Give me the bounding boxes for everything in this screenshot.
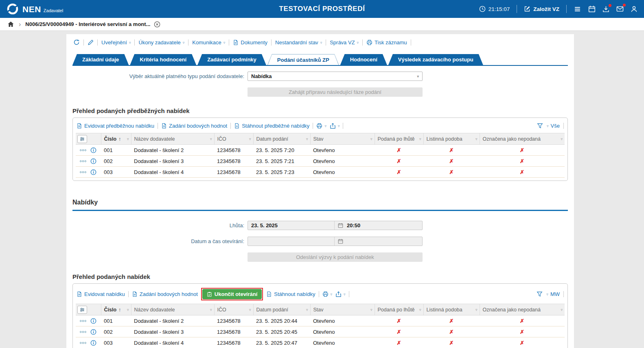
tab-zadavaci-podminky[interactable]: Zadávací podmínky <box>197 54 266 65</box>
divider <box>411 39 411 46</box>
menu-tisk-zaznamu[interactable]: Tisk záznamu <box>366 39 407 46</box>
divider <box>563 123 564 129</box>
printer-icon <box>366 39 372 46</box>
col-header-po-lhute[interactable]: Podaná po lhůtě▿ <box>375 304 423 315</box>
opening-datetime-field[interactable] <box>248 237 423 246</box>
column-settings-button[interactable] <box>77 306 87 314</box>
col-header-datum[interactable]: Datum podání▿ <box>253 133 310 145</box>
col-header-cislo[interactable]: Číslo↑▿ <box>101 304 131 315</box>
col-header-stav[interactable]: Stav▿ <box>310 133 375 145</box>
col-header-nepodana[interactable]: Označena jako nepodaná▿ <box>480 133 565 145</box>
tab-zakladni-udaje[interactable]: Základní údaje <box>72 54 129 65</box>
evidovat-nabidku-button[interactable]: Evidovat nabídku <box>77 291 125 297</box>
sort-ascending-icon: ↑ <box>118 307 121 313</box>
row-actions-icon[interactable] <box>79 149 87 152</box>
sort-ascending-icon: ↑ <box>118 136 121 142</box>
stahnout-nabidky-button[interactable]: Stáhnout nabídky <box>266 291 315 297</box>
divider <box>566 5 567 13</box>
print-table-button[interactable]: ▿ <box>316 123 326 129</box>
view-selector-label: MW <box>550 291 560 297</box>
row-actions-icon[interactable] <box>79 331 87 333</box>
col-header-ico[interactable]: IČO▿ <box>214 304 253 315</box>
next-phase-button[interactable]: Zahájit přípravu následující fáze podání <box>248 87 423 97</box>
row-info-icon[interactable] <box>90 169 96 175</box>
row-actions-icon[interactable] <box>79 171 87 174</box>
filter-funnel-button[interactable] <box>537 291 543 297</box>
column-settings-button[interactable] <box>77 135 87 143</box>
menu-komunikace[interactable]: Komunikace▿ <box>192 39 225 46</box>
zadani-bodovych-hodnot-button[interactable]: Zadání bodových hodnot <box>161 123 227 129</box>
zalozit-vz-button[interactable]: Založit VZ <box>524 6 559 12</box>
cell-podana-po-lhute-x: ✗ <box>375 315 423 326</box>
row-info-icon[interactable] <box>90 147 96 153</box>
col-header-po-lhute[interactable]: Podaná po lhůtě▿ <box>375 133 423 145</box>
row-info-icon[interactable] <box>90 318 96 324</box>
row-actions-icon[interactable] <box>79 320 87 322</box>
deadline-field[interactable]: 23. 5. 2025 20:50 <box>248 221 423 230</box>
col-header-listinna[interactable]: Listinná podoba▿ <box>423 133 480 145</box>
send-invitation-button[interactable]: Odeslání výzvy k podání nabídek <box>248 252 423 262</box>
row-actions-icon[interactable] <box>79 341 87 344</box>
tab-vysledek-zadavaciho-postupu[interactable]: Výsledek zadávacího postupu <box>388 54 483 65</box>
view-selector[interactable]: ▿ Vše <box>547 123 560 129</box>
calendar-icon[interactable] <box>338 223 343 228</box>
home-button[interactable] <box>7 21 14 28</box>
messages-button[interactable] <box>616 5 624 13</box>
export-table-button[interactable]: ▿ <box>335 291 346 297</box>
downloads-button[interactable] <box>602 6 609 13</box>
row-info-icon[interactable] <box>90 340 96 346</box>
notification-badge <box>623 4 626 7</box>
cell-datum-podani: 23. 5. 2025 7:20 <box>253 145 310 156</box>
col-header-nazev[interactable]: Název dodavatele▿ <box>131 133 214 145</box>
menu-nestandardni-stav[interactable]: Nestandardní stav▿ <box>275 39 322 46</box>
submission-type-value: Nabídka <box>251 73 272 79</box>
nen-brand[interactable]: NEN Zadavatel <box>7 3 63 15</box>
submission-type-select[interactable]: Nabídka ▾ <box>248 72 423 81</box>
row-info-icon[interactable] <box>90 329 96 335</box>
print-table-button[interactable]: ▿ <box>322 291 333 297</box>
clock-icon <box>479 6 486 12</box>
menu-button[interactable] <box>574 6 581 13</box>
edit-button[interactable] <box>88 39 94 46</box>
filter-funnel-button[interactable] <box>537 123 543 129</box>
deadline-time-value: 20:50 <box>347 222 360 228</box>
cell-stav: Otevřeno <box>310 326 375 337</box>
breadcrumb-record-tab[interactable]: N006/25/V00004949 - Interiérové servisní… <box>25 21 160 28</box>
zadani-bodovych-hodnot-button[interactable]: Zadání bodových hodnot <box>132 291 198 297</box>
profile-button[interactable] <box>631 6 637 13</box>
cell-listinna-podoba-x: ✗ <box>423 156 480 167</box>
chevron-down-icon: ▿ <box>324 124 326 128</box>
col-header-cislo[interactable]: Číslo↑▿ <box>101 133 131 145</box>
col-header-listinna[interactable]: Listinná podoba▿ <box>423 304 480 315</box>
tab-podani-ucastniku-zp[interactable]: Podání účastníků ZP <box>267 54 339 65</box>
row-actions-icon[interactable] <box>79 160 87 163</box>
menu-sprava-vz[interactable]: Správa VZ▿ <box>330 39 359 46</box>
menu-uverejneni[interactable]: Uveřejnění▿ <box>101 39 131 46</box>
view-selector[interactable]: ▿ MW <box>546 291 560 297</box>
chevron-down-icon: ▿ <box>344 292 346 296</box>
close-record-icon[interactable] <box>154 21 160 28</box>
cell-listinna-podoba-x: ✗ <box>423 167 480 178</box>
history-button[interactable] <box>73 39 80 46</box>
tab-kriteria-hodnoceni[interactable]: Kritéria hodnocení <box>130 54 196 65</box>
menu-dokumenty[interactable]: Dokumenty <box>233 39 267 46</box>
divider <box>230 123 231 129</box>
col-header-stav[interactable]: Stav▿ <box>310 304 375 315</box>
export-table-button[interactable]: ▿ <box>330 123 340 129</box>
calendar-button[interactable] <box>588 5 596 13</box>
menu-ukony-zadavatele[interactable]: Úkony zadavatele▿ <box>138 39 184 46</box>
chevron-down-icon: ▿ <box>223 40 226 45</box>
divider <box>83 39 84 46</box>
col-header-nazev[interactable]: Název dodavatele▿ <box>131 304 214 315</box>
evidovat-predbeznou-nabidku-button[interactable]: Evidovat předběžnou nabídku <box>77 123 154 129</box>
col-header-datum[interactable]: Datum podání▿ <box>253 304 310 315</box>
ukoncit-oteviranî-button[interactable]: Ukončit otevírání <box>202 289 262 299</box>
preliminary-offers-table: Číslo↑▿ Název dodavatele▿ IČO▿ Datum pod… <box>76 133 565 178</box>
chevron-down-icon: ▿ <box>331 292 333 296</box>
col-header-nepodana[interactable]: Označena jako nepodaná▿ <box>480 304 565 315</box>
tab-hodnoceni[interactable]: Hodnocení <box>340 54 387 65</box>
row-info-icon[interactable] <box>90 158 96 164</box>
stahnout-predbezne-nabidky-button[interactable]: Stáhnout předběžné nabídky <box>234 123 309 129</box>
calendar-icon[interactable] <box>338 239 343 244</box>
col-header-ico[interactable]: IČO▿ <box>214 133 253 145</box>
